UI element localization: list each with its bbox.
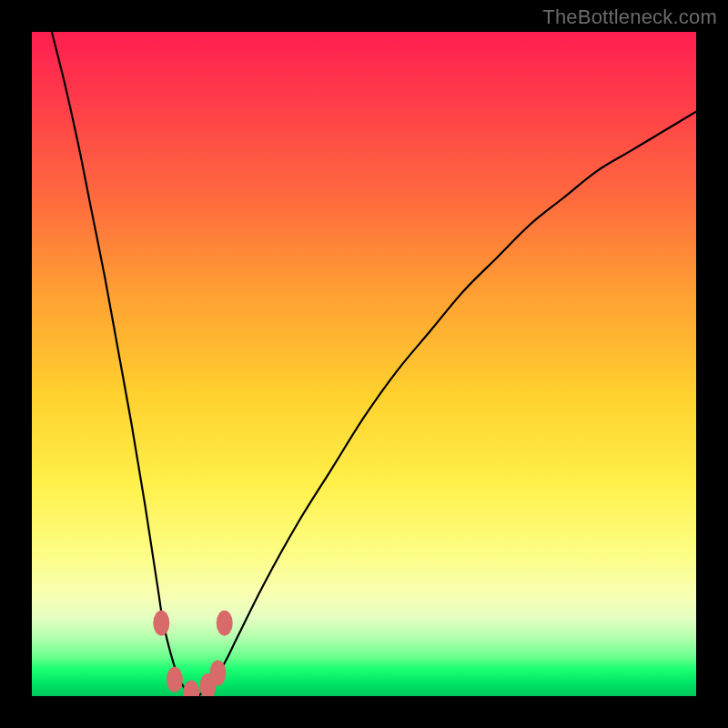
plot-area: [32, 32, 696, 696]
watermark-text: TheBottleneck.com: [542, 5, 717, 29]
curve-marker: [183, 680, 199, 696]
curve-svg: [32, 32, 696, 696]
chart-frame: TheBottleneck.com: [0, 0, 728, 728]
curve-marker: [167, 667, 183, 693]
curve-marker: [217, 611, 233, 636]
curve-marker: [209, 661, 226, 686]
bottleneck-curve: [52, 32, 696, 696]
marker-group: [153, 611, 232, 696]
curve-marker: [153, 611, 169, 636]
